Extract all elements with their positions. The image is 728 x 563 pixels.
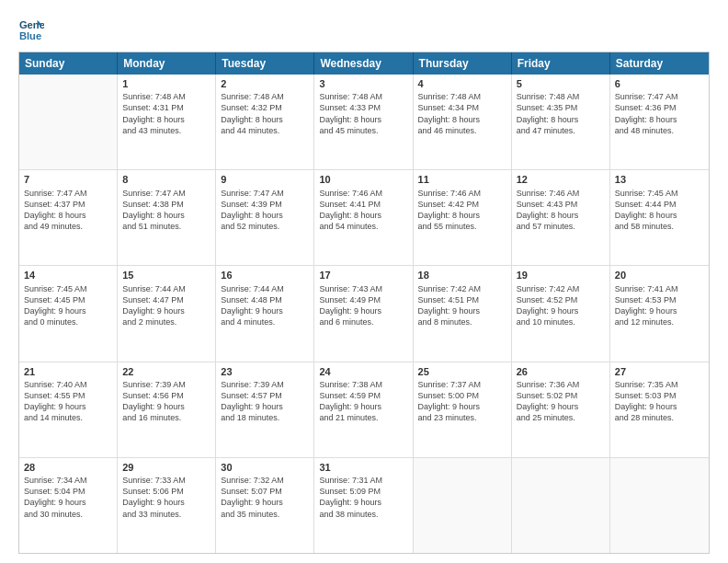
cell-details: Sunrise: 7:31 AMSunset: 5:09 PMDaylight:… xyxy=(319,475,407,520)
calendar-cell: 28Sunrise: 7:34 AMSunset: 5:04 PMDayligh… xyxy=(19,458,118,553)
weekday-header: Wednesday xyxy=(314,52,413,75)
cell-details: Sunrise: 7:47 AMSunset: 4:36 PMDaylight:… xyxy=(615,91,704,136)
day-number: 19 xyxy=(517,269,605,282)
svg-text:Blue: Blue xyxy=(19,30,41,41)
calendar-cell: 23Sunrise: 7:39 AMSunset: 4:57 PMDayligh… xyxy=(216,362,314,457)
calendar-cell: 8Sunrise: 7:47 AMSunset: 4:38 PMDaylight… xyxy=(118,170,216,265)
cell-details: Sunrise: 7:44 AMSunset: 4:47 PMDaylight:… xyxy=(122,283,210,328)
day-number: 3 xyxy=(319,77,407,90)
day-number: 11 xyxy=(418,173,506,186)
calendar-cell: 9Sunrise: 7:47 AMSunset: 4:39 PMDaylight… xyxy=(216,170,314,265)
day-number: 18 xyxy=(418,269,506,282)
cell-details: Sunrise: 7:32 AMSunset: 5:07 PMDaylight:… xyxy=(221,475,309,520)
day-number: 26 xyxy=(517,365,605,378)
calendar-cell: 30Sunrise: 7:32 AMSunset: 5:07 PMDayligh… xyxy=(216,458,314,553)
calendar-cell xyxy=(19,75,118,169)
calendar-cell: 12Sunrise: 7:46 AMSunset: 4:43 PMDayligh… xyxy=(512,170,610,265)
calendar: SundayMondayTuesdayWednesdayThursdayFrid… xyxy=(18,52,710,554)
cell-details: Sunrise: 7:41 AMSunset: 4:53 PMDaylight:… xyxy=(615,283,704,328)
weekday-header: Tuesday xyxy=(216,52,314,75)
cell-details: Sunrise: 7:33 AMSunset: 5:06 PMDaylight:… xyxy=(122,475,210,520)
weekday-header: Friday xyxy=(512,52,610,75)
day-number: 24 xyxy=(319,365,407,378)
day-number: 4 xyxy=(418,77,506,90)
day-number: 8 xyxy=(122,173,210,186)
calendar-cell: 1Sunrise: 7:48 AMSunset: 4:31 PMDaylight… xyxy=(118,75,216,169)
day-number: 12 xyxy=(517,173,605,186)
calendar-cell xyxy=(610,458,709,553)
calendar-cell: 14Sunrise: 7:45 AMSunset: 4:45 PMDayligh… xyxy=(19,266,118,361)
logo-icon: General Blue xyxy=(18,17,44,42)
day-number: 17 xyxy=(319,269,407,282)
calendar-cell: 27Sunrise: 7:35 AMSunset: 5:03 PMDayligh… xyxy=(610,362,709,457)
cell-details: Sunrise: 7:43 AMSunset: 4:49 PMDaylight:… xyxy=(319,283,407,328)
cell-details: Sunrise: 7:40 AMSunset: 4:55 PMDaylight:… xyxy=(24,379,112,424)
cell-details: Sunrise: 7:45 AMSunset: 4:45 PMDaylight:… xyxy=(24,283,112,328)
cell-details: Sunrise: 7:34 AMSunset: 5:04 PMDaylight:… xyxy=(24,475,112,520)
calendar-cell: 24Sunrise: 7:38 AMSunset: 4:59 PMDayligh… xyxy=(314,362,413,457)
day-number: 13 xyxy=(615,173,704,186)
day-number: 14 xyxy=(24,269,112,282)
cell-details: Sunrise: 7:46 AMSunset: 4:42 PMDaylight:… xyxy=(418,188,506,233)
cell-details: Sunrise: 7:46 AMSunset: 4:43 PMDaylight:… xyxy=(517,188,605,233)
day-number: 15 xyxy=(122,269,210,282)
logo: General Blue xyxy=(18,17,48,42)
calendar-cell: 10Sunrise: 7:46 AMSunset: 4:41 PMDayligh… xyxy=(314,170,413,265)
cell-details: Sunrise: 7:45 AMSunset: 4:44 PMDaylight:… xyxy=(615,188,704,233)
day-number: 2 xyxy=(221,77,309,90)
calendar-cell: 6Sunrise: 7:47 AMSunset: 4:36 PMDaylight… xyxy=(610,75,709,169)
calendar-cell: 18Sunrise: 7:42 AMSunset: 4:51 PMDayligh… xyxy=(414,266,512,361)
cell-details: Sunrise: 7:47 AMSunset: 4:39 PMDaylight:… xyxy=(221,188,309,233)
weekday-header: Saturday xyxy=(610,52,709,75)
day-number: 28 xyxy=(24,461,112,474)
day-number: 25 xyxy=(418,365,506,378)
cell-details: Sunrise: 7:48 AMSunset: 4:33 PMDaylight:… xyxy=(319,91,407,136)
calendar-row: 21Sunrise: 7:40 AMSunset: 4:55 PMDayligh… xyxy=(19,362,709,458)
calendar-cell: 29Sunrise: 7:33 AMSunset: 5:06 PMDayligh… xyxy=(118,458,216,553)
cell-details: Sunrise: 7:37 AMSunset: 5:00 PMDaylight:… xyxy=(418,379,506,424)
calendar-row: 1Sunrise: 7:48 AMSunset: 4:31 PMDaylight… xyxy=(19,75,709,170)
calendar-cell: 4Sunrise: 7:48 AMSunset: 4:34 PMDaylight… xyxy=(414,75,512,169)
cell-details: Sunrise: 7:42 AMSunset: 4:52 PMDaylight:… xyxy=(517,283,605,328)
cell-details: Sunrise: 7:35 AMSunset: 5:03 PMDaylight:… xyxy=(615,379,704,424)
calendar-cell: 19Sunrise: 7:42 AMSunset: 4:52 PMDayligh… xyxy=(512,266,610,361)
cell-details: Sunrise: 7:46 AMSunset: 4:41 PMDaylight:… xyxy=(319,188,407,233)
calendar-cell: 22Sunrise: 7:39 AMSunset: 4:56 PMDayligh… xyxy=(118,362,216,457)
day-number: 5 xyxy=(517,77,605,90)
calendar-row: 14Sunrise: 7:45 AMSunset: 4:45 PMDayligh… xyxy=(19,266,709,362)
calendar-cell: 15Sunrise: 7:44 AMSunset: 4:47 PMDayligh… xyxy=(118,266,216,361)
day-number: 1 xyxy=(122,77,210,90)
calendar-row: 7Sunrise: 7:47 AMSunset: 4:37 PMDaylight… xyxy=(19,170,709,266)
page: General Blue SundayMondayTuesdayWednesda… xyxy=(0,0,728,563)
cell-details: Sunrise: 7:48 AMSunset: 4:34 PMDaylight:… xyxy=(418,91,506,136)
day-number: 27 xyxy=(615,365,704,378)
calendar-cell: 17Sunrise: 7:43 AMSunset: 4:49 PMDayligh… xyxy=(314,266,413,361)
day-number: 20 xyxy=(615,269,704,282)
cell-details: Sunrise: 7:47 AMSunset: 4:38 PMDaylight:… xyxy=(122,188,210,233)
cell-details: Sunrise: 7:38 AMSunset: 4:59 PMDaylight:… xyxy=(319,379,407,424)
header: General Blue xyxy=(18,17,710,42)
calendar-cell: 21Sunrise: 7:40 AMSunset: 4:55 PMDayligh… xyxy=(19,362,118,457)
cell-details: Sunrise: 7:48 AMSunset: 4:35 PMDaylight:… xyxy=(517,91,605,136)
cell-details: Sunrise: 7:39 AMSunset: 4:56 PMDaylight:… xyxy=(122,379,210,424)
cell-details: Sunrise: 7:42 AMSunset: 4:51 PMDaylight:… xyxy=(418,283,506,328)
day-number: 6 xyxy=(615,77,704,90)
calendar-cell: 26Sunrise: 7:36 AMSunset: 5:02 PMDayligh… xyxy=(512,362,610,457)
calendar-cell: 20Sunrise: 7:41 AMSunset: 4:53 PMDayligh… xyxy=(610,266,709,361)
calendar-body: 1Sunrise: 7:48 AMSunset: 4:31 PMDaylight… xyxy=(19,75,709,553)
cell-details: Sunrise: 7:47 AMSunset: 4:37 PMDaylight:… xyxy=(24,188,112,233)
day-number: 9 xyxy=(221,173,309,186)
calendar-cell: 31Sunrise: 7:31 AMSunset: 5:09 PMDayligh… xyxy=(314,458,413,553)
calendar-cell: 11Sunrise: 7:46 AMSunset: 4:42 PMDayligh… xyxy=(414,170,512,265)
calendar-cell: 7Sunrise: 7:47 AMSunset: 4:37 PMDaylight… xyxy=(19,170,118,265)
calendar-row: 28Sunrise: 7:34 AMSunset: 5:04 PMDayligh… xyxy=(19,458,709,553)
day-number: 22 xyxy=(122,365,210,378)
weekday-header: Thursday xyxy=(414,52,512,75)
calendar-cell: 25Sunrise: 7:37 AMSunset: 5:00 PMDayligh… xyxy=(414,362,512,457)
calendar-header: SundayMondayTuesdayWednesdayThursdayFrid… xyxy=(19,52,709,75)
day-number: 31 xyxy=(319,461,407,474)
day-number: 29 xyxy=(122,461,210,474)
cell-details: Sunrise: 7:48 AMSunset: 4:32 PMDaylight:… xyxy=(221,91,309,136)
day-number: 10 xyxy=(319,173,407,186)
calendar-cell: 3Sunrise: 7:48 AMSunset: 4:33 PMDaylight… xyxy=(314,75,413,169)
